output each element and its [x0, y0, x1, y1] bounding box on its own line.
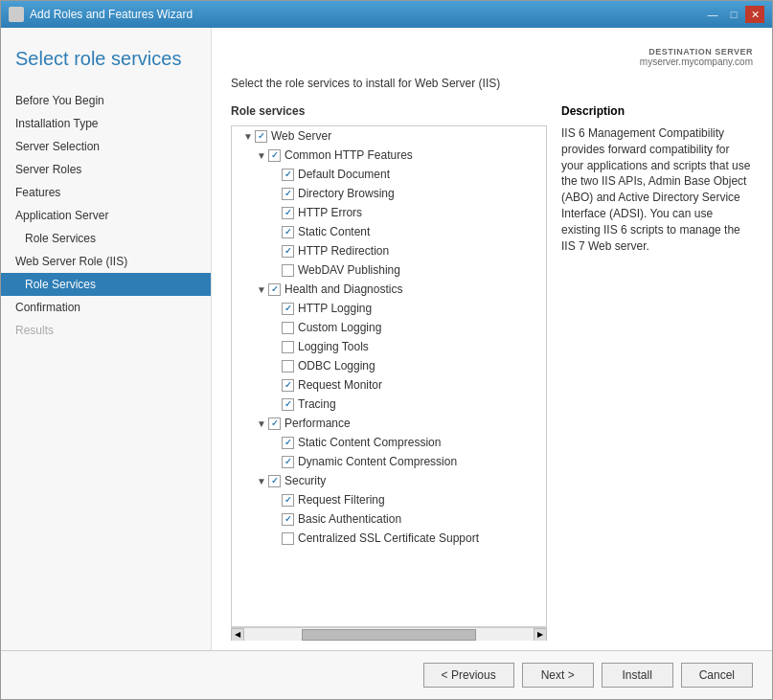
- expand-performance[interactable]: ▼: [255, 417, 268, 430]
- expand-web-server[interactable]: ▼: [241, 129, 255, 143]
- checkbox-performance[interactable]: [268, 418, 281, 430]
- label-webdav-publishing: WebDAV Publishing: [298, 263, 400, 277]
- title-bar: Add Roles and Features Wizard — □ ✕: [1, 1, 772, 28]
- expand-security[interactable]: ▼: [255, 474, 268, 487]
- checkbox-static-content[interactable]: [282, 226, 294, 238]
- expand-placeholder-4: [268, 225, 282, 238]
- expand-common-http[interactable]: ▼: [255, 148, 268, 162]
- previous-button[interactable]: < Previous: [423, 663, 514, 688]
- tree-item-odbc-logging[interactable]: ODBC Logging: [232, 356, 546, 375]
- sidebar-item-before-you-begin[interactable]: Before You Begin: [1, 89, 211, 112]
- tree-item-logging-tools[interactable]: Logging Tools: [232, 337, 546, 356]
- expand-placeholder-12: [268, 397, 282, 411]
- tree-item-web-server[interactable]: ▼ Web Server: [232, 126, 546, 146]
- sidebar-item-application-server[interactable]: Application Server: [1, 204, 211, 227]
- install-button[interactable]: Install: [602, 663, 673, 688]
- tree-item-http-redirection[interactable]: HTTP Redirection: [232, 241, 546, 260]
- checkbox-health-diagnostics[interactable]: [268, 283, 281, 296]
- checkbox-webdav-publishing[interactable]: [282, 264, 294, 277]
- tree-item-basic-auth[interactable]: Basic Authentication: [232, 509, 546, 529]
- scroll-track[interactable]: [244, 628, 534, 642]
- checkbox-common-http[interactable]: [268, 149, 281, 162]
- label-centralized-ssl: Centralized SSL Certificate Support: [298, 531, 479, 545]
- checkbox-http-logging[interactable]: [282, 303, 294, 315]
- sidebar-item-role-services-app[interactable]: Role Services: [1, 227, 211, 250]
- server-info-label: DESTINATION SERVER: [231, 47, 753, 56]
- sidebar-item-role-services[interactable]: Role Services: [1, 273, 211, 296]
- checkbox-security[interactable]: [268, 475, 281, 487]
- tree-item-static-compression[interactable]: Static Content Compression: [232, 433, 546, 452]
- checkbox-static-compression[interactable]: [282, 437, 294, 449]
- checkbox-directory-browsing[interactable]: [282, 188, 294, 200]
- scroll-thumb[interactable]: [302, 629, 475, 641]
- tree-item-default-document[interactable]: Default Document: [232, 165, 546, 184]
- tree-item-health-diagnostics[interactable]: ▼ Health and Diagnostics: [232, 280, 546, 299]
- tree-item-tracing[interactable]: Tracing: [232, 395, 546, 414]
- label-request-filtering: Request Filtering: [298, 493, 385, 507]
- checkbox-logging-tools[interactable]: [282, 341, 294, 353]
- checkbox-request-monitor[interactable]: [282, 379, 294, 392]
- tree-container[interactable]: ▼ Web Server ▼ Common HTTP Features: [231, 125, 547, 627]
- horizontal-scrollbar[interactable]: ◀ ▶: [231, 627, 547, 641]
- window-title: Add Roles and Features Wizard: [30, 8, 193, 21]
- expand-placeholder-13: [268, 436, 282, 449]
- checkbox-default-document[interactable]: [282, 169, 294, 181]
- close-button[interactable]: ✕: [745, 6, 764, 23]
- checkbox-dynamic-compression[interactable]: [282, 456, 294, 468]
- checkbox-basic-auth[interactable]: [282, 513, 294, 526]
- tree-item-request-filtering[interactable]: Request Filtering: [232, 490, 546, 509]
- sidebar-item-server-roles[interactable]: Server Roles: [1, 158, 211, 181]
- sidebar-item-features[interactable]: Features: [1, 181, 211, 204]
- label-health-diagnostics: Health and Diagnostics: [284, 282, 402, 296]
- tree-item-static-content[interactable]: Static Content: [232, 222, 546, 241]
- sidebar-item-confirmation[interactable]: Confirmation: [1, 296, 211, 319]
- tree-item-common-http[interactable]: ▼ Common HTTP Features: [232, 146, 546, 165]
- checkbox-http-errors[interactable]: [282, 207, 294, 219]
- expand-health-diagnostics[interactable]: ▼: [255, 282, 268, 296]
- tree-item-custom-logging[interactable]: Custom Logging: [232, 318, 546, 337]
- label-request-monitor: Request Monitor: [298, 378, 382, 392]
- label-security: Security: [284, 474, 326, 487]
- sidebar-header: Select role services: [1, 47, 211, 89]
- tree-item-http-errors[interactable]: HTTP Errors: [232, 203, 546, 222]
- checkbox-centralized-ssl[interactable]: [282, 532, 294, 545]
- expand-placeholder-7: [268, 302, 282, 315]
- checkbox-odbc-logging[interactable]: [282, 360, 294, 373]
- window-controls: — □ ✕: [703, 6, 764, 23]
- expand-placeholder-15: [268, 493, 282, 507]
- tree-item-request-monitor[interactable]: Request Monitor: [232, 375, 546, 395]
- page-description: Select the role services to install for …: [231, 77, 753, 90]
- expand-placeholder-14: [268, 455, 282, 468]
- two-column-layout: Role services ▼ Web Server ▼ Common H: [231, 104, 753, 641]
- label-tracing: Tracing: [298, 397, 336, 411]
- checkbox-request-filtering[interactable]: [282, 494, 294, 507]
- expand-placeholder-10: [268, 359, 282, 373]
- tree-item-centralized-ssl[interactable]: Centralized SSL Certificate Support: [232, 529, 546, 548]
- sidebar-item-server-selection[interactable]: Server Selection: [1, 135, 211, 158]
- checkbox-http-redirection[interactable]: [282, 245, 294, 258]
- maximize-button[interactable]: □: [724, 6, 743, 23]
- sidebar-item-web-server-role[interactable]: Web Server Role (IIS): [1, 250, 211, 273]
- minimize-button[interactable]: —: [703, 6, 722, 23]
- tree-item-http-logging[interactable]: HTTP Logging: [232, 299, 546, 318]
- checkbox-tracing[interactable]: [282, 398, 294, 411]
- label-odbc-logging: ODBC Logging: [298, 359, 375, 373]
- tree-item-directory-browsing[interactable]: Directory Browsing: [232, 184, 546, 203]
- scroll-right-arrow[interactable]: ▶: [534, 628, 547, 642]
- tree-item-performance[interactable]: ▼ Performance: [232, 414, 546, 433]
- tree-item-dynamic-compression[interactable]: Dynamic Content Compression: [232, 452, 546, 471]
- cancel-button[interactable]: Cancel: [681, 663, 753, 688]
- sidebar-item-installation-type[interactable]: Installation Type: [1, 112, 211, 135]
- role-services-panel: Role services ▼ Web Server ▼ Common H: [231, 104, 547, 641]
- bottom-bar: < Previous Next > Install Cancel: [1, 650, 772, 699]
- tree-item-webdav-publishing[interactable]: WebDAV Publishing: [232, 260, 546, 280]
- label-performance: Performance: [284, 417, 351, 430]
- next-button[interactable]: Next >: [522, 663, 594, 688]
- expand-placeholder-11: [268, 378, 282, 392]
- expand-placeholder-5: [268, 244, 282, 258]
- tree-item-security[interactable]: ▼ Security: [232, 471, 546, 490]
- checkbox-web-server[interactable]: [255, 130, 267, 143]
- expand-placeholder-6: [268, 263, 282, 277]
- scroll-left-arrow[interactable]: ◀: [231, 628, 244, 642]
- checkbox-custom-logging[interactable]: [282, 322, 294, 334]
